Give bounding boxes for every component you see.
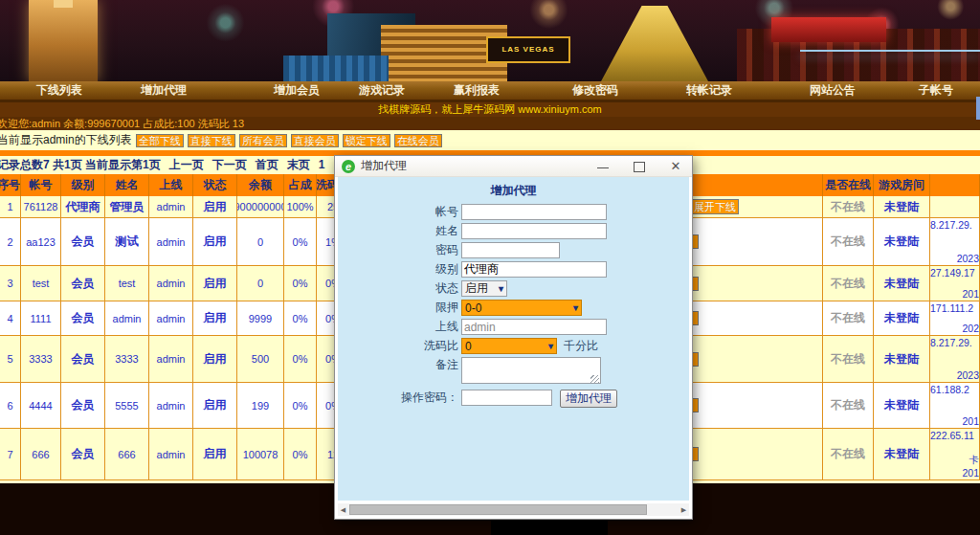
banner-neon-sign [771,17,886,42]
cell-game-room: 未登陆 [874,301,930,335]
filter-button-5[interactable]: 锁定下线 [343,134,390,147]
cell-share: 0% [284,301,317,335]
dialog-field-row: 姓名 [338,223,689,239]
resize-handle-icon [590,375,599,384]
field-input-2[interactable] [461,223,607,239]
nav-item-1[interactable]: 下线列表 [29,82,90,99]
cell-upline: admin [149,383,193,428]
select-value: 启用 [465,280,488,297]
nav-item-4[interactable]: 游戏记录 [351,82,412,99]
nav-item-3[interactable]: 增加会员 [266,82,327,99]
cell-last-login: 61.188.2201 [930,383,980,428]
remark-textarea[interactable] [461,357,601,384]
cell-online-status: 不在线 [823,266,874,301]
last-login-ip: 8.217.29. [930,337,979,348]
field-input-7[interactable] [461,319,607,335]
filter-button-3[interactable]: 所有会员 [239,134,287,147]
cell-online-status: 不在线 [823,301,874,335]
cell-name: 5555 [105,383,149,428]
cell-level: 会员 [61,218,105,265]
field-select-8[interactable]: 0▾ [461,338,557,354]
pagination-link-1[interactable]: 上一页 [169,158,204,171]
field-label-9: 备注 [338,357,461,373]
filter-button-6[interactable]: 在线会员 [394,134,442,147]
dialog-field-row: 限押0-0▾ [338,300,689,316]
scroll-left-icon[interactable]: ◀ [338,503,348,516]
cell-status: 启用 [193,383,237,428]
dialog-field-row: 操作密码：增加代理 [338,390,689,408]
column-header-余额: 余额 [237,174,284,196]
nav-item-5[interactable]: 赢利报表 [446,82,507,99]
dialog-field-row: 洗码比0▾千分比 [338,338,689,354]
field-label-10: 操作密码： [338,390,461,406]
field-input-10[interactable] [461,390,552,406]
chevron-down-icon: ▾ [499,283,503,294]
nav-item-9[interactable]: 子帐号 [911,82,961,99]
page: LAS VEGAS 下线列表增加代理增加会员游戏记录赢利报表修改密码转帐记录网站… [0,0,980,535]
field-label-1: 帐号 [338,204,461,220]
cell-name: 666 [105,429,149,479]
cell-upline: admin [149,301,193,335]
column-header-级别: 级别 [61,174,105,196]
scroll-right-icon[interactable]: ▶ [679,503,689,516]
cell-account: 3333 [21,336,61,382]
nav-item-2[interactable]: 增加代理 [133,82,194,99]
cell-balance: 100078 [237,429,284,479]
dialog-field-row: 帐号 [338,204,689,220]
filter-button-2[interactable]: 直接下线 [188,134,235,147]
close-icon[interactable]: ✕ [669,160,682,173]
dialog-titlebar: e 增加代理 ✕ [335,156,692,177]
cell-no: 5 [0,336,21,382]
filter-button-4[interactable]: 直接会员 [291,134,339,147]
filter-button-1[interactable]: 全部下线 [136,134,184,147]
cell-name: 3333 [105,336,149,382]
nav-item-6[interactable]: 修改密码 [565,82,626,99]
banner-bridge [800,50,980,52]
cell-name: 管理员 [105,196,149,217]
field-label-5: 状态 [338,280,461,297]
field-select-6[interactable]: 0-0▾ [461,300,582,316]
nav-item-7[interactable]: 转帐记录 [679,82,740,99]
field-label-8: 洗码比 [338,338,461,354]
column-header-序号: 序号 [0,174,21,196]
cell-status: 启用 [193,218,237,265]
field-input-4[interactable] [461,261,607,278]
last-login-ip: 222.65.11 [930,430,979,441]
cell-last-login: 27.149.17201 [930,266,980,301]
field-select-5[interactable]: 启用▾ [461,280,507,297]
dialog-form: 帐号姓名密码级别状态启用▾限押0-0▾上线洗码比0▾千分比备注操作密码：增加代理 [338,204,689,408]
scroll-track[interactable] [348,503,679,516]
scroll-thumb[interactable] [349,504,647,515]
welcome-bar: 欢迎您:admin 余额:999670001 占成比:100 洗码比 13 [0,117,980,130]
cell-level: 会员 [61,336,105,382]
last-login-date: 2023 [930,369,979,381]
minimize-icon[interactable] [596,160,610,173]
last-login-date: 202 [930,323,979,334]
banner-lisboa-tower [601,6,708,81]
last-login-ip: 27.149.17 [930,267,979,279]
pagination-link-2[interactable]: 下一页 [212,158,247,171]
cell-account: aa123 [21,218,61,265]
last-login-ip: 61.188.2 [930,384,979,395]
cell-status: 启用 [193,336,237,382]
cell-name: admin [105,301,149,335]
cell-share: 0% [284,383,317,428]
cell-balance: 0 [237,266,284,301]
add-agent-submit-button[interactable]: 增加代理 [560,390,617,408]
field-input-1[interactable] [461,204,607,220]
maximize-icon[interactable] [633,160,646,173]
pagination-link-4[interactable]: 末页 [287,158,310,171]
row-op-button-2[interactable]: 展开下线 [691,199,739,214]
field-suffix: 千分比 [564,338,598,354]
pagination-link-3[interactable]: 首页 [256,158,278,171]
cell-share: 100% [284,196,317,217]
nav-item-8[interactable]: 网站公告 [802,82,863,99]
field-label-3: 密码 [338,242,461,258]
cell-no: 2 [0,218,21,265]
field-label-2: 姓名 [338,223,461,239]
field-input-3[interactable] [461,242,560,258]
pagination-link-5[interactable]: 1 [319,158,325,171]
right-scrollbar-fragment[interactable] [976,97,980,120]
main-nav: 下线列表增加代理增加会员游戏记录赢利报表修改密码转帐记录网站公告子帐号退 出 [0,81,980,100]
filter-label: 当前显示admin的下线列表 [0,132,132,148]
